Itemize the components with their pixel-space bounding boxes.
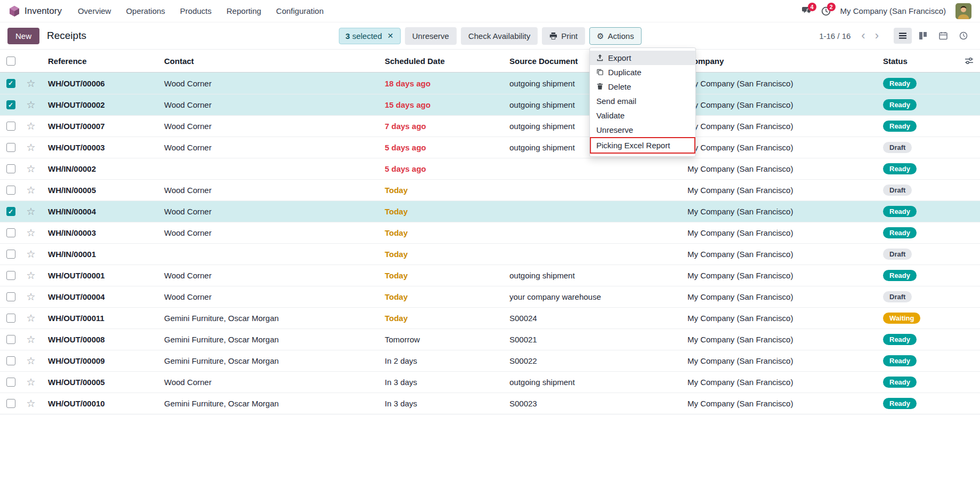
row-checkbox[interactable] <box>6 378 15 387</box>
row-checkbox[interactable] <box>6 292 15 301</box>
row-checkbox[interactable] <box>6 250 15 259</box>
company-switcher[interactable]: My Company (San Francisco) <box>840 6 946 15</box>
star-icon[interactable]: ☆ <box>26 356 35 366</box>
row-checkbox[interactable] <box>6 228 15 237</box>
pager-previous-button[interactable]: ‹ <box>858 30 868 42</box>
scheduled-date-cell: Today <box>377 186 502 195</box>
row-checkbox[interactable] <box>6 356 15 365</box>
menu-item-send-email[interactable]: Send email <box>590 94 695 108</box>
unreserve-button[interactable]: Unreserve <box>404 27 456 45</box>
pager-next-button[interactable]: › <box>872 30 882 42</box>
row-checkbox[interactable] <box>6 143 15 152</box>
kanban-view-button[interactable] <box>914 28 932 44</box>
table-row[interactable]: ☆ WH/OUT/00005 Wood Corner In 3 days out… <box>0 371 980 393</box>
gear-icon: ⚙ <box>597 32 604 40</box>
row-checkbox[interactable] <box>6 100 15 109</box>
company-cell: My Company (San Francisco) <box>680 164 876 173</box>
table-row[interactable]: ☆ WH/OUT/00007 Wood Corner 7 days ago ou… <box>0 115 980 137</box>
star-icon[interactable]: ☆ <box>26 228 35 238</box>
row-checkbox[interactable] <box>6 186 15 195</box>
menu-item-label: Send email <box>596 97 636 106</box>
table-row[interactable]: ☆ WH/IN/00001 Today My Company (San Fran… <box>0 243 980 265</box>
column-header-contact[interactable]: Contact <box>157 57 377 66</box>
table-row[interactable]: ☆ WH/IN/00005 Wood Corner Today My Compa… <box>0 179 980 201</box>
table-row[interactable]: ☆ WH/OUT/00003 Wood Corner 5 days ago ou… <box>0 137 980 158</box>
table-row[interactable]: ☆ WH/OUT/00004 Wood Corner Today your co… <box>0 286 980 307</box>
menu-item-validate[interactable]: Validate <box>590 108 695 123</box>
menu-item-picking-excel-report[interactable]: Picking Excel Report <box>590 137 695 154</box>
star-icon[interactable]: ☆ <box>26 313 35 323</box>
nav-menu-reporting[interactable]: Reporting <box>226 6 261 15</box>
menu-item-delete[interactable]: Delete <box>590 79 695 94</box>
row-checkbox[interactable] <box>6 207 15 216</box>
table-row[interactable]: ☆ WH/IN/00004 Wood Corner Today My Compa… <box>0 201 980 222</box>
nav-menu-products[interactable]: Products <box>180 6 212 15</box>
select-all-checkbox[interactable] <box>6 57 15 66</box>
new-button[interactable]: New <box>7 28 39 44</box>
scheduled-date-cell: 18 days ago <box>377 79 502 88</box>
star-icon[interactable]: ☆ <box>26 185 35 195</box>
nav-menu-configuration[interactable]: Configuration <box>276 6 323 15</box>
row-checkbox[interactable] <box>6 79 15 88</box>
messages-button[interactable]: 4 <box>801 6 812 15</box>
calendar-view-button[interactable] <box>934 28 952 44</box>
star-icon[interactable]: ☆ <box>26 398 35 409</box>
column-header-reference[interactable]: Reference <box>41 57 157 66</box>
star-icon[interactable]: ☆ <box>26 142 35 153</box>
row-checkbox[interactable] <box>6 399 15 408</box>
list-view-button[interactable] <box>894 28 912 44</box>
app-switcher[interactable]: Inventory <box>9 5 62 17</box>
table-row[interactable]: ☆ WH/OUT/00006 Wood Corner 18 days ago o… <box>0 73 980 94</box>
table-row[interactable]: ☆ WH/OUT/00008 Gemini Furniture, Oscar M… <box>0 329 980 350</box>
activity-view-button[interactable] <box>954 28 973 44</box>
status-badge: Waiting <box>883 313 920 324</box>
menu-item-export[interactable]: Export <box>590 51 695 65</box>
star-icon[interactable]: ☆ <box>26 206 35 217</box>
table-row[interactable]: ☆ WH/OUT/00002 Wood Corner 15 days ago o… <box>0 94 980 115</box>
table-row[interactable]: ☆ WH/IN/00003 Wood Corner Today My Compa… <box>0 222 980 243</box>
star-icon[interactable]: ☆ <box>26 121 35 131</box>
actions-button[interactable]: ⚙ Actions <box>589 27 642 45</box>
actions-wrap: ⚙ Actions ExportDuplicateDeleteSend emai… <box>589 27 642 45</box>
clear-selection-icon[interactable]: ✕ <box>387 31 394 40</box>
column-settings-icon[interactable] <box>965 57 974 66</box>
inventory-app-icon <box>9 5 20 17</box>
menu-item-duplicate[interactable]: Duplicate <box>590 65 695 79</box>
star-icon[interactable]: ☆ <box>26 164 35 174</box>
star-icon[interactable]: ☆ <box>26 334 35 345</box>
page-title: Receipts <box>47 30 86 42</box>
status-badge: Ready <box>883 206 917 217</box>
menu-item-unreserve[interactable]: Unreserve <box>590 123 695 137</box>
company-cell: My Company (San Francisco) <box>680 378 876 387</box>
column-header-company[interactable]: Company <box>680 57 876 66</box>
avatar[interactable] <box>955 3 971 19</box>
column-header-scheduled-date[interactable]: Scheduled Date <box>377 57 502 66</box>
table-row[interactable]: ☆ WH/OUT/00001 Wood Corner Today outgoin… <box>0 265 980 286</box>
status-badge: Ready <box>883 334 917 345</box>
status-badge: Ready <box>883 377 917 388</box>
activities-button[interactable]: 2 <box>821 6 831 16</box>
row-checkbox[interactable] <box>6 271 15 280</box>
row-checkbox[interactable] <box>6 335 15 344</box>
table-row[interactable]: ☆ WH/OUT/00010 Gemini Furniture, Oscar M… <box>0 393 980 414</box>
star-icon[interactable]: ☆ <box>26 270 35 281</box>
star-icon[interactable]: ☆ <box>26 377 35 387</box>
star-icon[interactable]: ☆ <box>26 100 35 110</box>
row-checkbox[interactable] <box>6 164 15 173</box>
reference-cell: WH/IN/00001 <box>41 250 157 259</box>
nav-menu-operations[interactable]: Operations <box>126 6 165 15</box>
check-availability-button[interactable]: Check Availability <box>461 27 538 45</box>
star-icon[interactable]: ☆ <box>26 249 35 259</box>
table-row[interactable]: ☆ WH/OUT/00011 Gemini Furniture, Oscar M… <box>0 307 980 329</box>
scheduled-date-cell: 5 days ago <box>377 164 502 173</box>
star-icon[interactable]: ☆ <box>26 78 35 89</box>
print-button[interactable]: Print <box>542 27 585 45</box>
nav-menu-overview[interactable]: Overview <box>78 6 111 15</box>
scheduled-date-cell: Today <box>377 271 502 280</box>
table-row[interactable]: ☆ WH/IN/00002 5 days ago My Company (San… <box>0 158 980 179</box>
row-checkbox[interactable] <box>6 314 15 323</box>
row-checkbox[interactable] <box>6 122 15 131</box>
table-row[interactable]: ☆ WH/OUT/00009 Gemini Furniture, Oscar M… <box>0 350 980 371</box>
star-icon[interactable]: ☆ <box>26 292 35 302</box>
export-icon <box>596 54 604 61</box>
